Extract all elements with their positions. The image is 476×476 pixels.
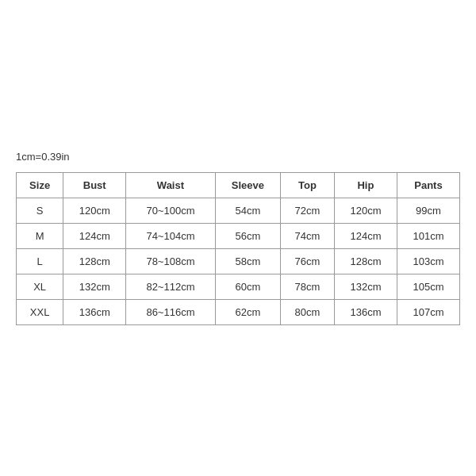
table-row: XL132cm82~112cm60cm78cm132cm105cm <box>17 274 460 300</box>
table-cell: 72cm <box>280 198 334 224</box>
table-cell: 74cm <box>280 224 334 249</box>
table-cell: S <box>17 198 63 224</box>
size-chart-container: 1cm=0.39in SizeBustWaistSleeveTopHipPant… <box>16 135 460 341</box>
table-cell: 124cm <box>63 224 126 249</box>
table-cell: 128cm <box>334 249 397 274</box>
table-cell: 74~104cm <box>126 224 215 249</box>
table-cell: XXL <box>17 300 63 325</box>
table-cell: 78cm <box>280 274 334 300</box>
table-cell: 56cm <box>215 224 280 249</box>
table-cell: 124cm <box>334 224 397 249</box>
column-header: Waist <box>126 173 215 198</box>
column-header: Size <box>17 173 63 198</box>
table-cell: 120cm <box>334 198 397 224</box>
table-cell: 103cm <box>397 249 459 274</box>
table-cell: 107cm <box>397 300 459 325</box>
column-header: Top <box>280 173 334 198</box>
table-cell: M <box>17 224 63 249</box>
table-cell: 105cm <box>397 274 459 300</box>
column-header: Bust <box>63 173 126 198</box>
table-cell: 128cm <box>63 249 126 274</box>
table-cell: 54cm <box>215 198 280 224</box>
table-cell: 132cm <box>334 274 397 300</box>
table-cell: 82~112cm <box>126 274 215 300</box>
table-cell: 60cm <box>215 274 280 300</box>
table-cell: 58cm <box>215 249 280 274</box>
table-row: S120cm70~100cm54cm72cm120cm99cm <box>17 198 460 224</box>
table-row: XXL136cm86~116cm62cm80cm136cm107cm <box>17 300 460 325</box>
table-cell: 70~100cm <box>126 198 215 224</box>
table-cell: 136cm <box>63 300 126 325</box>
table-cell: L <box>17 249 63 274</box>
table-cell: 136cm <box>334 300 397 325</box>
table-cell: 76cm <box>280 249 334 274</box>
table-row: L128cm78~108cm58cm76cm128cm103cm <box>17 249 460 274</box>
table-cell: 99cm <box>397 198 459 224</box>
column-header: Sleeve <box>215 173 280 198</box>
table-cell: 120cm <box>63 198 126 224</box>
column-header: Hip <box>334 173 397 198</box>
table-cell: 78~108cm <box>126 249 215 274</box>
column-header: Pants <box>397 173 459 198</box>
table-cell: 62cm <box>215 300 280 325</box>
table-cell: 80cm <box>280 300 334 325</box>
table-cell: 101cm <box>397 224 459 249</box>
table-row: M124cm74~104cm56cm74cm124cm101cm <box>17 224 460 249</box>
table-cell: XL <box>17 274 63 300</box>
size-table: SizeBustWaistSleeveTopHipPants S120cm70~… <box>16 172 460 325</box>
unit-note: 1cm=0.39in <box>16 151 460 163</box>
table-cell: 86~116cm <box>126 300 215 325</box>
table-cell: 132cm <box>63 274 126 300</box>
